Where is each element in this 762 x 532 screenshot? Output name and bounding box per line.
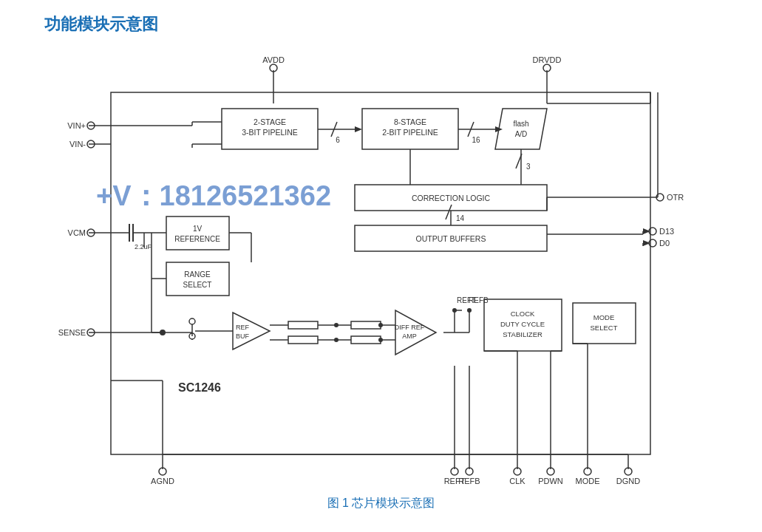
svg-text:STABILIZER: STABILIZER xyxy=(503,330,542,338)
svg-text:OUTPUT BUFFERS: OUTPUT BUFFERS xyxy=(416,234,486,243)
svg-text:DRVDD: DRVDD xyxy=(533,55,562,64)
diagram-container: AVDD DRVDD VIN+ VIN- 2-STAGE 3-BIT PIPEL… xyxy=(44,41,710,499)
svg-text:8-STAGE: 8-STAGE xyxy=(394,117,426,126)
svg-rect-81 xyxy=(166,262,229,296)
svg-text:D0: D0 xyxy=(659,239,670,248)
svg-point-113 xyxy=(378,323,383,327)
caption: 图 1 芯片模块示意图 xyxy=(0,496,762,511)
svg-rect-104 xyxy=(288,336,318,344)
svg-text:REFERENCE: REFERENCE xyxy=(174,235,220,243)
svg-text:MODE: MODE xyxy=(593,313,615,321)
svg-text:AGND: AGND xyxy=(151,477,174,485)
svg-marker-29 xyxy=(355,126,362,132)
svg-point-91 xyxy=(189,318,195,324)
svg-text:SENSE: SENSE xyxy=(58,328,86,337)
svg-text:SC1246: SC1246 xyxy=(178,381,221,394)
svg-point-114 xyxy=(378,338,383,342)
svg-text:DIFF REF: DIFF REF xyxy=(395,324,425,331)
svg-text:OTR: OTR xyxy=(667,193,684,202)
svg-text:3: 3 xyxy=(526,163,531,171)
svg-text:REF: REF xyxy=(236,324,250,331)
svg-text:CORRECTION LOGIC: CORRECTION LOGIC xyxy=(412,194,491,202)
svg-text:flash: flash xyxy=(513,120,528,128)
svg-text:14: 14 xyxy=(456,214,465,222)
svg-text:REFB: REFB xyxy=(458,477,480,485)
svg-text:6: 6 xyxy=(336,136,340,144)
svg-rect-110 xyxy=(351,336,381,344)
svg-text:2-STAGE: 2-STAGE xyxy=(254,117,286,126)
svg-text:AMP: AMP xyxy=(402,332,417,340)
svg-text:D13: D13 xyxy=(659,227,674,236)
svg-text:PDWN: PDWN xyxy=(538,477,563,485)
svg-text:AVDD: AVDD xyxy=(262,55,285,64)
svg-marker-38 xyxy=(495,109,547,149)
svg-rect-107 xyxy=(351,321,381,329)
svg-text:1V: 1V xyxy=(193,225,203,233)
svg-text:DGND: DGND xyxy=(616,477,640,485)
svg-text:DUTY CYCLE: DUTY CYCLE xyxy=(500,320,545,328)
svg-text:CLK: CLK xyxy=(509,477,525,485)
svg-point-122 xyxy=(452,308,457,313)
svg-text:3-BIT PIPELINE: 3-BIT PIPELINE xyxy=(242,128,298,137)
svg-text:REFB: REFB xyxy=(469,296,489,304)
svg-rect-100 xyxy=(288,321,318,329)
svg-text:A/D: A/D xyxy=(515,130,528,138)
svg-rect-76 xyxy=(166,216,229,250)
svg-text:2.2uF: 2.2uF xyxy=(135,243,152,250)
svg-marker-95 xyxy=(233,313,270,349)
svg-text:MODE: MODE xyxy=(576,477,600,485)
svg-text:SELECT: SELECT xyxy=(183,281,212,289)
svg-text:RANGE: RANGE xyxy=(184,270,211,279)
svg-text:VIN+: VIN+ xyxy=(67,121,86,130)
svg-text:2-BIT PIPELINE: 2-BIT PIPELINE xyxy=(382,128,438,137)
page-title: 功能模块示意图 xyxy=(44,13,158,35)
svg-text:CLOCK: CLOCK xyxy=(511,310,535,318)
svg-point-126 xyxy=(467,308,472,313)
svg-text:VIN-: VIN- xyxy=(69,140,86,149)
svg-text:BUF: BUF xyxy=(236,332,250,340)
svg-text:SELECT: SELECT xyxy=(591,324,618,332)
watermark: +V：18126521362 xyxy=(96,177,331,215)
svg-text:16: 16 xyxy=(472,136,480,144)
svg-text:VCM: VCM xyxy=(68,228,86,237)
